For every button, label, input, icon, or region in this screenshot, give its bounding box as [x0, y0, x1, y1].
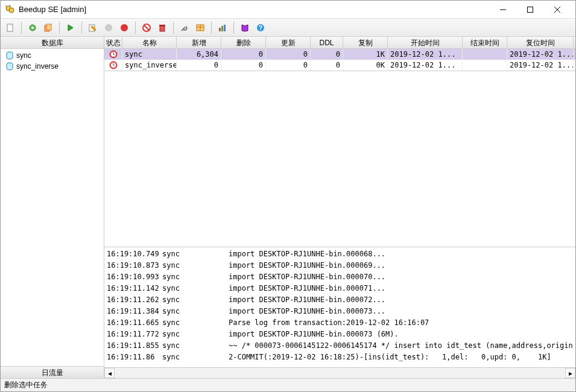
run-button[interactable]: [63, 21, 78, 35]
col-start[interactable]: 开始时间: [388, 37, 463, 48]
edit-button[interactable]: [86, 21, 100, 35]
ddl-cell: 0: [311, 49, 343, 60]
ddl-cell: 0: [311, 60, 343, 71]
svg-text:?: ?: [259, 25, 262, 31]
start-cell: 2019-12-02 1...: [388, 49, 463, 60]
app-icon: [5, 5, 15, 14]
tool-button[interactable]: [177, 21, 192, 35]
maximize-button[interactable]: [516, 1, 543, 18]
start-cell: 2019-12-02 1...: [388, 60, 463, 71]
right-panel: 状态 名称 新增 删除 更新 DDL 复制 开始时间 结束时间 复位时间 syn…: [104, 37, 575, 378]
book-button[interactable]: [238, 21, 252, 35]
copy-config-button[interactable]: [41, 21, 55, 35]
name-cell: sync: [122, 49, 177, 60]
scroll-left-icon[interactable]: ◂: [104, 368, 115, 378]
svg-rect-18: [160, 26, 165, 31]
log-panel[interactable]: 16:19:10.749syncimport DESKTOP-RJ1UNHE-b…: [104, 247, 575, 367]
tree-item[interactable]: sync: [3, 50, 101, 61]
new-button[interactable]: [3, 21, 17, 35]
end-cell: [463, 49, 507, 60]
statusbar: 删除选中任务: [1, 378, 575, 391]
col-upd[interactable]: 更新: [266, 37, 311, 48]
horizontal-scrollbar[interactable]: ◂ ▸: [104, 367, 575, 378]
restore-cell: 2019-12-02 1...: [507, 49, 574, 60]
restore-cell: 2019-12-02 1...: [507, 60, 574, 71]
grid-filler: [104, 71, 575, 247]
svg-point-15: [121, 24, 128, 31]
help-button[interactable]: ?: [253, 21, 268, 35]
log-line: 16:19:10.749syncimport DESKTOP-RJ1UNHE-b…: [107, 248, 573, 260]
svg-rect-24: [221, 26, 223, 31]
del-cell: 0: [221, 60, 266, 71]
log-line: 16:19:11.142syncimport DESKTOP-RJ1UNHE-b…: [107, 283, 573, 294]
status-cell: [104, 60, 122, 71]
close-button[interactable]: [543, 1, 571, 18]
svg-rect-23: [219, 28, 221, 31]
scroll-right-icon[interactable]: ▸: [565, 368, 575, 378]
col-copy[interactable]: 复制: [343, 37, 388, 48]
window-title: Beedup SE [admin]: [19, 5, 489, 14]
task-grid: 状态 名称 新增 删除 更新 DDL 复制 开始时间 结束时间 复位时间 syn…: [104, 37, 575, 71]
sidebar-header: 数据库: [1, 37, 104, 49]
col-name[interactable]: 名称: [122, 37, 177, 48]
tree-item-label: sync: [16, 51, 31, 60]
clock-icon: [109, 50, 118, 58]
svg-point-1: [9, 8, 14, 13]
stop-red-button[interactable]: [117, 21, 131, 35]
col-del[interactable]: 删除: [221, 37, 266, 48]
statusbar-text: 删除选中任务: [4, 380, 48, 390]
svg-rect-12: [46, 24, 51, 30]
copy-cell: 0K: [343, 60, 388, 71]
log-line: 16:19:11.384syncimport DESKTOP-RJ1UNHE-b…: [107, 306, 573, 317]
delete-button[interactable]: [155, 21, 169, 35]
end-cell: [463, 60, 507, 71]
del-cell: 0: [221, 49, 266, 60]
grid-row[interactable]: sync 6,304 0 0 0 1K 2019-12-02 1... 2019…: [104, 49, 575, 60]
db-tree[interactable]: sync sync_inverse: [1, 49, 104, 366]
minimize-button[interactable]: [489, 1, 516, 18]
svg-rect-25: [224, 25, 226, 31]
grid-row[interactable]: sync_inverse 0 0 0 0 0K 2019-12-02 1... …: [104, 60, 575, 71]
svg-point-10: [31, 27, 34, 29]
log-line: 16:19:10.993syncimport DESKTOP-RJ1UNHE-b…: [107, 271, 573, 283]
name-cell: sync_inverse: [122, 60, 177, 71]
toolbar: ?: [1, 19, 575, 37]
scroll-track[interactable]: [115, 368, 565, 378]
main-area: 数据库 sync sync_inverse 日流量 状态 名称 新增 删除 更新…: [1, 37, 575, 378]
upd-cell: 0: [266, 49, 311, 60]
chart-button[interactable]: [215, 21, 230, 35]
svg-line-17: [144, 25, 149, 30]
tree-item[interactable]: sync_inverse: [3, 61, 101, 72]
forbid-button[interactable]: [139, 21, 154, 35]
sidebar-bottom-label[interactable]: 日流量: [1, 366, 104, 378]
add-cell: 6,304: [177, 49, 221, 60]
svg-point-14: [105, 24, 112, 31]
log-line: 16:19:11.86sync2-COMMIT(:2019-12-02 16:1…: [107, 352, 573, 363]
database-icon: [5, 62, 14, 71]
col-end[interactable]: 结束时间: [463, 37, 507, 48]
grid-header: 状态 名称 新增 删除 更新 DDL 复制 开始时间 结束时间 复位时间: [104, 37, 575, 49]
col-ddl[interactable]: DDL: [311, 37, 343, 48]
copy-cell: 1K: [343, 49, 388, 60]
status-cell: [104, 49, 122, 60]
svg-line-3: [10, 5, 10, 6]
col-restore[interactable]: 复位时间: [507, 37, 574, 48]
log-line: 16:19:10.873syncimport DESKTOP-RJ1UNHE-b…: [107, 260, 573, 271]
log-line: 16:19:11.262syncimport DESKTOP-RJ1UNHE-b…: [107, 294, 573, 306]
add-cell: 0: [177, 60, 221, 71]
titlebar: Beedup SE [admin]: [1, 1, 575, 19]
table-button[interactable]: [193, 21, 207, 35]
svg-line-2: [5, 5, 7, 7]
config-button[interactable]: [25, 21, 40, 35]
col-add[interactable]: 新增: [177, 37, 221, 48]
upd-cell: 0: [266, 60, 311, 71]
database-icon: [5, 51, 14, 60]
tree-item-label: sync_inverse: [16, 62, 59, 71]
stop-disabled-button: [101, 21, 116, 35]
col-status[interactable]: 状态: [104, 37, 122, 48]
log-line: 16:19:11.855sync~~ /* 000073-0006145122-…: [107, 340, 573, 352]
log-line: 16:19:11.772syncimport DESKTOP-RJ1UNHE-b…: [107, 329, 573, 340]
svg-rect-5: [527, 7, 533, 12]
sidebar: 数据库 sync sync_inverse 日流量: [1, 37, 104, 378]
svg-rect-19: [159, 25, 165, 26]
